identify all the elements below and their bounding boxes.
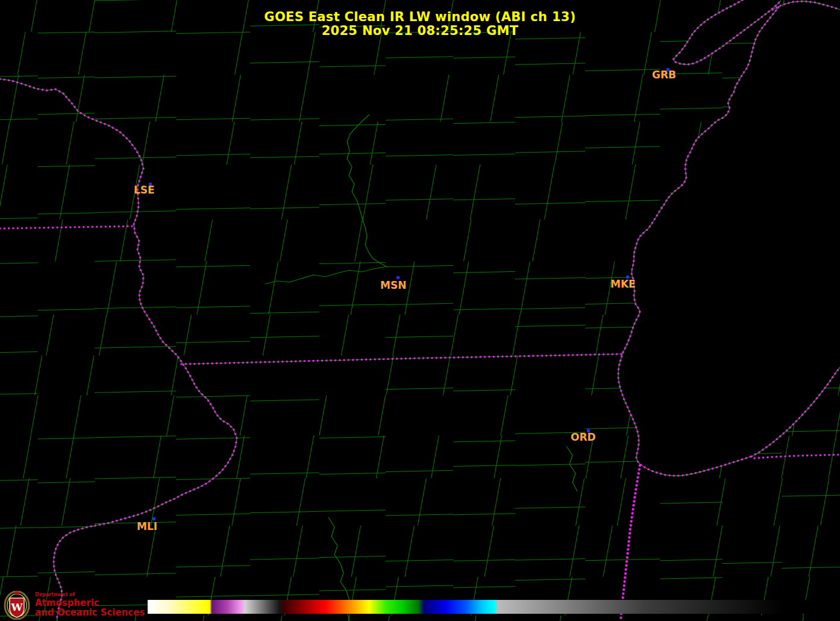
- river-lines: [0, 79, 577, 621]
- station-label-mke: MKE: [610, 279, 636, 289]
- logo-name-line2: and Oceanic Sciences: [35, 608, 145, 618]
- uw-crest-icon: W: [4, 591, 30, 620]
- station-label-msn: MSN: [380, 280, 406, 291]
- station-label-lse: LSE: [134, 185, 155, 195]
- ir-temperature-colorbar: [148, 600, 810, 614]
- satellite-map-stage: GOES East Clean IR LW window (ABI ch 13)…: [0, 0, 840, 621]
- uw-aos-logo: W Department of Atmospheric and Oceanic …: [4, 591, 145, 620]
- logo-dept-line: Department of: [35, 593, 145, 597]
- svg-text:W: W: [10, 601, 23, 613]
- station-label-ord: ORD: [571, 432, 596, 443]
- station-label-mli: MLI: [137, 522, 157, 532]
- station-label-grb: GRB: [652, 70, 676, 80]
- map-canvas: [0, 0, 840, 621]
